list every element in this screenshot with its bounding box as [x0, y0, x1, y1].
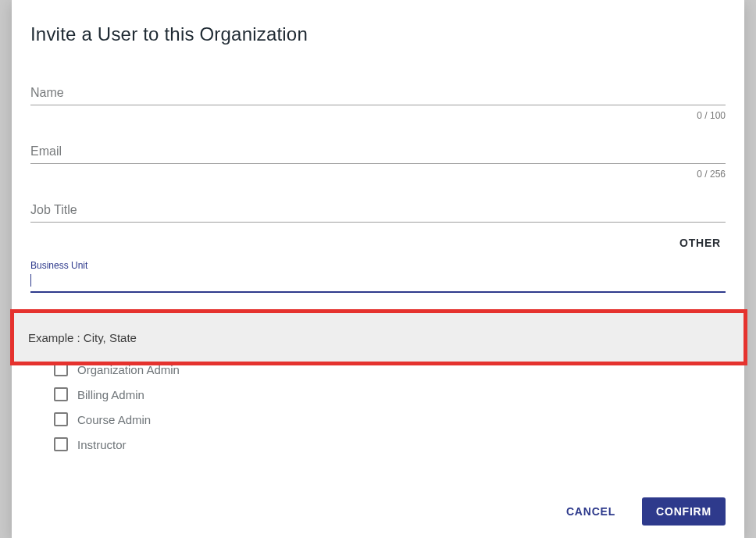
role-label: Course Admin [77, 413, 151, 426]
email-input[interactable] [30, 140, 726, 164]
invite-user-modal: Invite a User to this Organization 0 / 1… [12, 0, 744, 538]
business-unit-suggestion[interactable]: Example : City, State [10, 309, 747, 365]
role-label: Billing Admin [77, 388, 144, 401]
cancel-button[interactable]: CANCEL [552, 497, 629, 526]
name-field [30, 81, 726, 105]
checkbox-billing-admin[interactable] [54, 387, 68, 401]
modal-title: Invite a User to this Organization [30, 23, 726, 45]
roles-list: Organization Admin Billing Admin Course … [54, 357, 726, 457]
business-unit-field [30, 273, 726, 293]
job-title-field [30, 198, 726, 223]
checkbox-course-admin[interactable] [54, 412, 68, 426]
role-row-course-admin: Course Admin [54, 407, 726, 432]
suggestion-text: Example : City, State [28, 331, 137, 344]
confirm-button[interactable]: CONFIRM [642, 497, 726, 526]
name-input[interactable] [30, 81, 726, 105]
other-button[interactable]: OTHER [675, 233, 726, 252]
other-row: OTHER [30, 233, 726, 252]
role-row-instructor: Instructor [54, 432, 726, 457]
role-row-billing-admin: Billing Admin [54, 382, 726, 407]
email-field [30, 140, 726, 164]
modal-actions: CANCEL CONFIRM [30, 482, 726, 526]
business-unit-input[interactable] [30, 273, 726, 293]
business-unit-label: Business Unit [30, 260, 726, 271]
name-counter: 0 / 100 [30, 110, 726, 121]
email-counter: 0 / 256 [30, 169, 726, 180]
text-caret-icon [30, 274, 31, 287]
job-title-input[interactable] [30, 198, 726, 223]
checkbox-instructor[interactable] [54, 437, 68, 451]
role-label: Instructor [77, 438, 127, 451]
